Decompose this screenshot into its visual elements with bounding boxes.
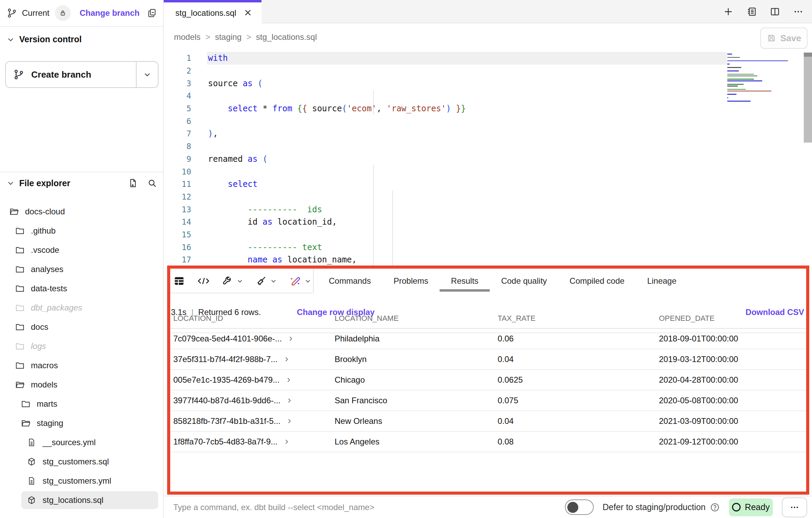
build-options-button[interactable] xyxy=(222,275,244,287)
breadcrumb-item[interactable]: stg_locations.sql xyxy=(256,32,317,42)
file-tree-item-models[interactable]: models xyxy=(0,375,163,394)
minimap-line xyxy=(727,64,730,65)
code-line-2[interactable]: 2 xyxy=(164,65,812,77)
new-tab-button[interactable] xyxy=(723,6,734,17)
file-tree-item-staging[interactable]: staging xyxy=(0,414,163,433)
panel-tab-compiled-code[interactable]: Compiled code xyxy=(570,276,625,286)
command-input[interactable] xyxy=(173,503,534,512)
code-line-10[interactable]: 10 xyxy=(164,165,812,178)
code-text: source as ( xyxy=(207,77,727,90)
git-branch-icon xyxy=(13,69,24,80)
format-button[interactable] xyxy=(255,275,277,287)
file-tree-label: staging xyxy=(37,418,63,428)
create-branch-main[interactable]: Create branch xyxy=(6,62,136,87)
more-options-button[interactable] xyxy=(782,497,807,517)
git-branch-icon xyxy=(7,8,17,18)
table-row[interactable]: 005e7e1c-1935-4269-b479...Chicago0.06252… xyxy=(170,370,806,391)
version-control-section-header[interactable]: Version control xyxy=(6,34,82,44)
folder-icon xyxy=(15,341,25,351)
code-line-16[interactable]: 16 ---------- text xyxy=(164,241,812,254)
code-editor[interactable]: 1with23source as (45 select * from {{ so… xyxy=(164,52,812,266)
status-ring-icon xyxy=(732,503,741,511)
cell-location-id: 7c079cea-5ed4-4101-906e-... xyxy=(173,334,282,344)
expand-cell-icon[interactable] xyxy=(286,397,293,404)
file-tree-item-stg-customers-sql[interactable]: stg_customers.sql xyxy=(0,452,163,471)
expand-cell-icon[interactable] xyxy=(287,335,294,342)
save-button[interactable]: Save xyxy=(760,27,808,49)
file-tree-item-dbt-packages[interactable]: dbt_packages xyxy=(0,298,163,317)
expand-cell-icon[interactable] xyxy=(285,376,292,383)
table-row[interactable]: 37e5f311-b7f4-4f2f-988b-7...Brooklyn0.04… xyxy=(170,349,806,370)
editor-scrollbar[interactable] xyxy=(804,53,812,143)
file-tree-item--vscode[interactable]: .vscode xyxy=(0,240,163,260)
expand-cell-icon[interactable] xyxy=(283,438,290,445)
line-number: 10 xyxy=(164,167,191,176)
file-tree: docs-cloud.github.vscodeanalysesdata-tes… xyxy=(0,202,163,510)
close-tab-icon[interactable]: ✕ xyxy=(244,8,252,18)
ai-fix-button[interactable] xyxy=(289,275,312,287)
create-branch-button[interactable]: Create branch xyxy=(5,61,159,88)
panel-toolbar: CommandsProblemsResultsCode qualityCompi… xyxy=(170,269,806,293)
file-tree-item-stg-locations-sql[interactable]: stg_locations.sql xyxy=(0,491,163,510)
panel-tab-code-quality[interactable]: Code quality xyxy=(501,276,547,286)
code-line-7[interactable]: 7), xyxy=(164,127,812,140)
code-line-1[interactable]: 1with xyxy=(164,52,812,65)
folder-icon xyxy=(15,245,25,255)
copy-branch-icon[interactable] xyxy=(147,8,157,18)
code-line-13[interactable]: 13 ---------- ids xyxy=(164,203,812,216)
expand-cell-icon[interactable] xyxy=(286,418,293,425)
breadcrumb-item[interactable]: models xyxy=(174,32,200,42)
table-view-button[interactable] xyxy=(173,275,185,287)
file-tree-item-data-tests[interactable]: data-tests xyxy=(0,279,163,298)
code-line-6[interactable]: 6 xyxy=(164,115,812,127)
code-line-12[interactable]: 12 xyxy=(164,191,812,203)
file-tree-item-docs-cloud[interactable]: docs-cloud xyxy=(0,202,163,221)
split-editor-button[interactable] xyxy=(769,6,780,17)
minimap[interactable] xyxy=(727,54,801,102)
table-row[interactable]: 7c079cea-5ed4-4101-906e-...Philadelphia0… xyxy=(170,329,806,349)
change-branch-link[interactable]: Change branch xyxy=(80,8,140,18)
table-row[interactable]: 1f8ffa70-7cb5-4d83-8a7f-9...Los Angeles0… xyxy=(170,432,806,452)
code-view-button[interactable] xyxy=(197,275,210,287)
file-tree-item-stg-customers-yml[interactable]: stg_customers.yml xyxy=(0,471,163,491)
file-tree-item-docs[interactable]: docs xyxy=(0,317,163,337)
table-row[interactable]: 858218fb-73f7-4b1b-a31f-5...New Orleans0… xyxy=(170,411,806,432)
ready-status-button[interactable]: Ready xyxy=(729,498,773,516)
create-branch-dropdown[interactable] xyxy=(136,62,158,87)
code-line-17[interactable]: 17 name as location_name, xyxy=(164,254,812,266)
file-tree-item--sources-yml[interactable]: __sources.yml xyxy=(0,433,163,452)
file-tree-item--github[interactable]: .github xyxy=(0,221,163,240)
table-header-row: LOCATION_IDLOCATION_NAMETAX_RATEOPENED_D… xyxy=(170,309,806,329)
breadcrumb-item[interactable]: staging xyxy=(215,32,241,42)
new-file-button[interactable] xyxy=(128,178,138,188)
table-row[interactable]: 3977f440-b87d-461b-9dd6-...San Francisco… xyxy=(170,391,806,411)
panel-tab-problems[interactable]: Problems xyxy=(394,276,428,286)
file-tree-label: stg_customers.yml xyxy=(43,476,111,486)
defer-toggle[interactable] xyxy=(565,499,594,515)
code-line-4[interactable]: 4 xyxy=(164,90,812,102)
code-line-15[interactable]: 15 xyxy=(164,228,812,241)
file-tree-item-marts[interactable]: marts xyxy=(0,394,163,414)
code-line-3[interactable]: 3source as ( xyxy=(164,77,812,90)
panel-tab-commands[interactable]: Commands xyxy=(329,276,371,286)
tab-options-button[interactable] xyxy=(793,6,804,17)
folder-open-icon xyxy=(21,418,31,428)
panel-tab-lineage[interactable]: Lineage xyxy=(647,276,676,286)
code-line-8[interactable]: 8 xyxy=(164,140,812,153)
code-line-11[interactable]: 11 select xyxy=(164,178,812,191)
file-icon xyxy=(27,476,36,486)
code-line-5[interactable]: 5 select * from {{ source('ecom', 'raw_s… xyxy=(164,102,812,115)
cell-location-name: New Orleans xyxy=(335,416,498,426)
file-tree-item-logs[interactable]: logs xyxy=(0,337,163,356)
file-explorer-section-header[interactable]: File explorer xyxy=(6,178,157,188)
file-tree-item-macros[interactable]: macros xyxy=(0,356,163,375)
code-line-14[interactable]: 14 id as location_id, xyxy=(164,216,812,228)
panel-tab-results[interactable]: Results xyxy=(451,276,478,286)
editor-tab-stg-locations[interactable]: stg_locations.sql ✕ xyxy=(164,0,262,23)
search-files-button[interactable] xyxy=(147,178,157,188)
help-icon[interactable] xyxy=(710,502,720,513)
file-tree-item-analyses[interactable]: analyses xyxy=(0,260,163,279)
expand-cell-icon[interactable] xyxy=(283,356,290,363)
outline-panel-button[interactable] xyxy=(746,6,757,17)
code-line-9[interactable]: 9renamed as ( xyxy=(164,153,812,166)
